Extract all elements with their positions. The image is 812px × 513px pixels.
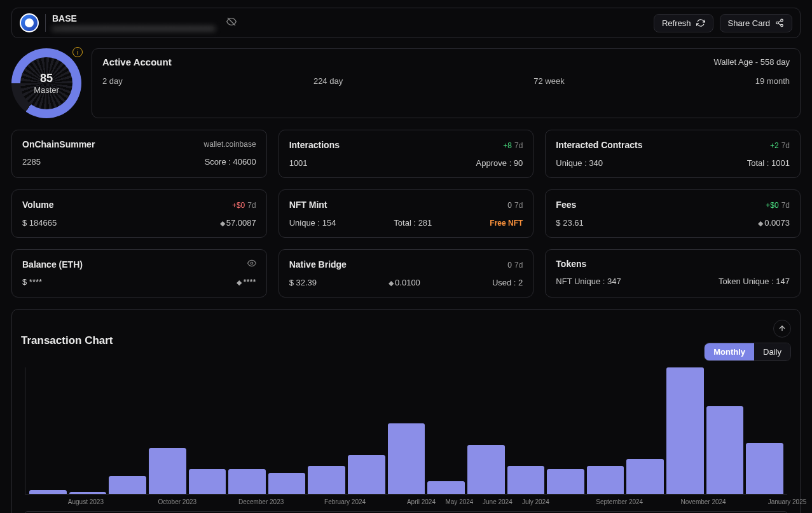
chart-bar[interactable] bbox=[268, 473, 306, 494]
refresh-button[interactable]: Refresh bbox=[654, 14, 713, 32]
chart-bar[interactable] bbox=[467, 445, 505, 494]
onchainsummer-card[interactable]: OnChainSummer wallet.coinbase 2285 Score… bbox=[11, 130, 267, 178]
nft-mint-card[interactable]: NFT Mint 07d Unique : 154 Total : 281 Fr… bbox=[279, 189, 534, 238]
contracts-total: Total : 1001 bbox=[747, 158, 790, 168]
inter-period: 7d bbox=[514, 141, 523, 150]
chain-info: BASE 0x000000000000000000000000000000000… bbox=[52, 13, 215, 32]
account-title: Active Account bbox=[102, 57, 172, 67]
wallet-address: 0x00000000000000000000000000000000000000… bbox=[52, 25, 215, 32]
active-account-card: Active Account Wallet Age - 558 day 2 da… bbox=[92, 48, 801, 118]
chart-bar[interactable] bbox=[308, 466, 345, 494]
fees-card[interactable]: Fees +$07d $ 23.61 0.0073 bbox=[545, 189, 801, 238]
stat-weeks: 72 week bbox=[533, 76, 564, 86]
share-icon bbox=[775, 18, 784, 27]
svg-line-5 bbox=[778, 21, 781, 22]
nft-free: Free NFT bbox=[490, 219, 523, 228]
chart-bar[interactable] bbox=[547, 469, 584, 494]
wallet-age: Wallet Age - 558 day bbox=[714, 57, 790, 67]
page-header: BASE 0x000000000000000000000000000000000… bbox=[11, 8, 801, 38]
volume-usd: $ 184665 bbox=[22, 218, 57, 228]
interactions-card[interactable]: Interactions +87d 1001 Approve : 90 bbox=[279, 130, 534, 178]
fees-eth: 0.0073 bbox=[758, 218, 790, 228]
stat-days: 2 day bbox=[102, 76, 123, 86]
chart-bar[interactable] bbox=[666, 367, 704, 494]
nft-period: 7d bbox=[514, 201, 523, 210]
chart-header: Transaction Chart Monthly Daily bbox=[21, 320, 791, 361]
eye-icon[interactable] bbox=[247, 259, 256, 270]
svg-point-2 bbox=[776, 22, 779, 24]
chart-bar[interactable] bbox=[746, 443, 783, 494]
score-ring: 85 Master bbox=[11, 48, 81, 118]
volume-period: 7d bbox=[247, 201, 256, 210]
account-summary-row: 85 Master i Active Account Wallet Age - … bbox=[11, 48, 801, 118]
account-top: Active Account Wallet Age - 558 day bbox=[102, 57, 790, 67]
nft-title: NFT Mint bbox=[289, 200, 327, 210]
ocs-link: wallet.coinbase bbox=[204, 140, 256, 149]
chart-axis-label: April 2024 bbox=[407, 498, 436, 505]
share-card-button[interactable]: Share Card bbox=[720, 14, 792, 32]
refresh-label: Refresh bbox=[662, 18, 691, 28]
contracts-title: Interacted Contracts bbox=[556, 140, 642, 150]
chart-bar[interactable] bbox=[189, 469, 226, 494]
chart-bar[interactable] bbox=[149, 448, 186, 494]
chart-controls: Monthly Daily bbox=[704, 320, 791, 361]
header-left: BASE 0x000000000000000000000000000000000… bbox=[20, 13, 237, 32]
chart-bar[interactable] bbox=[427, 481, 465, 494]
score-value: 85 bbox=[40, 72, 53, 85]
chart-bar[interactable] bbox=[626, 459, 664, 494]
bridge-delta: 0 bbox=[507, 261, 512, 270]
chart-bar[interactable] bbox=[507, 466, 545, 494]
scroll-top-button[interactable] bbox=[773, 320, 791, 338]
balance-eth: **** bbox=[237, 277, 256, 287]
score-rank: Master bbox=[34, 85, 59, 95]
svg-point-1 bbox=[781, 19, 783, 22]
tab-monthly[interactable]: Monthly bbox=[705, 343, 754, 360]
chart-bar[interactable] bbox=[388, 423, 425, 494]
inter-count: 1001 bbox=[289, 158, 308, 168]
contracts-card[interactable]: Interacted Contracts +27d Unique : 340 T… bbox=[545, 130, 801, 178]
chart-axis-label: December 2023 bbox=[238, 498, 284, 505]
contracts-period: 7d bbox=[781, 141, 790, 150]
chart-axis-label: February 2024 bbox=[324, 498, 366, 505]
svg-point-3 bbox=[781, 24, 783, 27]
volume-card[interactable]: Volume +$07d $ 184665 57.0087 bbox=[11, 189, 267, 238]
score-widget: 85 Master i bbox=[11, 48, 81, 118]
chart-bar[interactable] bbox=[29, 490, 67, 494]
chart-axis-label: August 2023 bbox=[68, 498, 104, 505]
tokens-title: Tokens bbox=[556, 259, 586, 269]
ocs-score: Score : 40600 bbox=[205, 157, 256, 167]
tokens-card[interactable]: Tokens NFT Unique : 347 Token Unique : 1… bbox=[545, 249, 801, 298]
inter-delta: +8 bbox=[503, 141, 512, 150]
svg-line-4 bbox=[778, 24, 781, 25]
info-icon[interactable]: i bbox=[72, 47, 83, 57]
contracts-delta: +2 bbox=[770, 141, 779, 150]
chart-bar[interactable] bbox=[69, 492, 107, 494]
balance-usd: $ **** bbox=[22, 277, 42, 287]
account-stats: 2 day 224 day 72 week 19 month bbox=[102, 76, 790, 86]
chain-name: BASE bbox=[52, 13, 215, 24]
chart-axis-label: June 2024 bbox=[483, 498, 513, 505]
hide-icon[interactable] bbox=[226, 17, 237, 29]
stat-months: 19 month bbox=[755, 76, 790, 86]
bridge-period: 7d bbox=[514, 261, 523, 270]
stat-total-days: 224 day bbox=[313, 76, 343, 86]
chart-bar[interactable] bbox=[228, 469, 266, 494]
svg-point-6 bbox=[251, 262, 253, 264]
chart-bar[interactable] bbox=[109, 476, 146, 494]
header-actions: Refresh Share Card bbox=[654, 14, 792, 32]
bridge-card[interactable]: Native Bridge 07d $ 32.39 0.0100 Used : … bbox=[279, 249, 534, 298]
bridge-eth: 0.0100 bbox=[389, 278, 420, 287]
chart-bar[interactable] bbox=[706, 406, 744, 494]
chart-axis-label: October 2023 bbox=[158, 498, 196, 505]
chart-bar[interactable] bbox=[587, 466, 624, 494]
fees-usd: $ 23.61 bbox=[556, 218, 583, 228]
chart-period-tabs: Monthly Daily bbox=[704, 343, 791, 361]
contracts-unique: Unique : 340 bbox=[556, 158, 603, 168]
chart-bar[interactable] bbox=[348, 455, 385, 494]
fees-period: 7d bbox=[781, 201, 790, 210]
bridge-used: Used : 2 bbox=[492, 278, 523, 287]
tab-daily[interactable]: Daily bbox=[754, 343, 790, 360]
fees-title: Fees bbox=[556, 200, 576, 210]
balance-card[interactable]: Balance (ETH) $ **** **** bbox=[11, 249, 267, 298]
volume-eth: 57.0087 bbox=[220, 218, 256, 228]
